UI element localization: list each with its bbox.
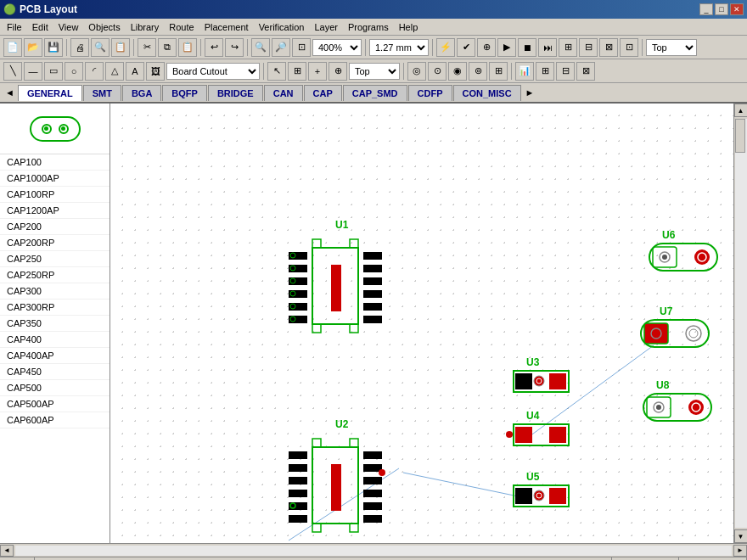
component-item-cap100[interactable]: CAP100 <box>0 154 110 171</box>
tool2-button[interactable]: ⊟ <box>579 38 598 57</box>
table-tool[interactable]: ⊞ <box>536 62 554 81</box>
tool3-button[interactable]: ⊠ <box>599 38 618 57</box>
pcb-canvas[interactable]: U1 <box>110 104 733 543</box>
poly-tool[interactable]: △ <box>105 62 124 81</box>
arc-tool[interactable]: ◜ <box>85 62 104 81</box>
component-item-cap300rp[interactable]: CAP300RP <box>0 300 110 316</box>
menu-item-file[interactable]: File <box>2 20 27 34</box>
text-tool[interactable]: A <box>126 62 144 81</box>
layer2-dropdown[interactable]: Top <box>349 63 400 80</box>
unit-dropdown[interactable]: 1.27 mm <box>369 39 429 56</box>
zoom-out-button[interactable]: 🔎 <box>272 38 290 57</box>
component-item-cap300[interactable]: CAP300 <box>0 283 110 300</box>
image-tool[interactable]: 🖼 <box>146 62 165 81</box>
scroll-right-button[interactable]: ► <box>733 545 747 557</box>
snap2-tool[interactable]: ⊙ <box>428 62 447 81</box>
tab-cdfp[interactable]: CDFP <box>408 85 452 101</box>
tool4-button[interactable]: ⊡ <box>620 38 638 57</box>
zoom-in-button[interactable]: 🔍 <box>251 38 270 57</box>
menu-item-objects[interactable]: Objects <box>83 20 125 34</box>
menu-item-layer[interactable]: Layer <box>309 20 343 34</box>
close-button[interactable]: ✕ <box>730 3 744 15</box>
component-item-cap100rp[interactable]: CAP100RP <box>0 187 110 203</box>
print-button[interactable]: 🖨 <box>70 38 89 57</box>
tab-bridge[interactable]: BRIDGE <box>208 85 263 101</box>
component-item-cap200[interactable]: CAP200 <box>0 219 110 235</box>
save-button[interactable]: 💾 <box>44 38 63 57</box>
scroll-track-horizontal[interactable] <box>15 546 732 556</box>
drc-button[interactable]: ✔ <box>457 38 475 57</box>
snap-tool[interactable]: ◎ <box>407 62 426 81</box>
component-item-cap600ap[interactable]: CAP600AP <box>0 412 110 428</box>
rect-tool[interactable]: ▭ <box>44 62 63 81</box>
component-tool[interactable]: ⊕ <box>329 62 347 81</box>
vertical-scrollbar[interactable]: ▲ ▼ <box>733 104 747 543</box>
component-item-cap400ap[interactable]: CAP400AP <box>0 348 110 364</box>
stop-button[interactable]: ⏹ <box>518 38 536 57</box>
snap4-tool[interactable]: ⊚ <box>469 62 487 81</box>
component-item-cap250rp[interactable]: CAP250RP <box>0 267 110 283</box>
select-tool[interactable]: ╲ <box>3 62 22 81</box>
run-button[interactable]: ▶ <box>497 38 516 57</box>
chart-tool[interactable]: 📊 <box>515 62 534 81</box>
scroll-up-button[interactable]: ▲ <box>734 104 748 117</box>
tab-cap[interactable]: CAP <box>304 85 342 101</box>
menu-item-edit[interactable]: Edit <box>27 20 53 34</box>
horizontal-scrollbar[interactable]: ◄ ► <box>0 543 747 557</box>
tab-cap_smd[interactable]: CAP_SMD <box>343 85 407 101</box>
component-list[interactable]: CAP100CAP1000APCAP100RPCAP1200APCAP200CA… <box>0 154 110 543</box>
zoom-fit-button[interactable]: ⊡ <box>292 38 311 57</box>
menu-item-library[interactable]: Library <box>126 20 165 34</box>
via-button[interactable]: ⊕ <box>477 38 496 57</box>
new-button[interactable]: 📄 <box>3 38 22 57</box>
route-button[interactable]: ⚡ <box>436 38 455 57</box>
component-item-cap450[interactable]: CAP450 <box>0 364 110 380</box>
circle-tool[interactable]: ○ <box>65 62 83 81</box>
menu-item-verification[interactable]: Verification <box>254 20 310 34</box>
menu-item-help[interactable]: Help <box>394 20 424 34</box>
tab-smt[interactable]: SMT <box>83 85 121 101</box>
component-item-cap1000ap[interactable]: CAP1000AP <box>0 171 110 187</box>
menu-item-placement[interactable]: Placement <box>199 20 254 34</box>
pointer-tool[interactable]: ↖ <box>267 62 286 81</box>
menu-item-programs[interactable]: Programs <box>343 20 394 34</box>
step-button[interactable]: ⏭ <box>538 38 557 57</box>
grid-tool[interactable]: ⊞ <box>489 62 508 81</box>
component-item-cap200rp[interactable]: CAP200RP <box>0 235 110 251</box>
tab-bga[interactable]: BGA <box>122 85 161 101</box>
component-item-cap500[interactable]: CAP500 <box>0 380 110 396</box>
component-item-cap500ap[interactable]: CAP500AP <box>0 396 110 412</box>
menu-item-view[interactable]: View <box>53 20 84 34</box>
menu-item-route[interactable]: Route <box>164 20 199 34</box>
copy-button[interactable]: ⧉ <box>158 38 177 57</box>
maximize-button[interactable]: □ <box>715 3 728 15</box>
scroll-down-button[interactable]: ▼ <box>734 529 748 543</box>
scroll-track-vertical[interactable] <box>735 119 747 528</box>
tool1-button[interactable]: ⊞ <box>559 38 577 57</box>
cut-button[interactable]: ✂ <box>138 38 156 57</box>
page-setup-button[interactable]: 📋 <box>111 38 130 57</box>
snap3-tool[interactable]: ◉ <box>448 62 467 81</box>
layer-dropdown[interactable]: Top <box>646 39 697 56</box>
minimize-button[interactable]: _ <box>699 3 713 15</box>
cutout-dropdown[interactable]: Board Cutout <box>166 63 260 80</box>
redo-button[interactable]: ↪ <box>225 38 244 57</box>
move-tool[interactable]: ⊞ <box>288 62 306 81</box>
open-button[interactable]: 📂 <box>24 38 42 57</box>
tab-can[interactable]: CAN <box>264 85 303 101</box>
export-tool[interactable]: ⊠ <box>576 62 595 81</box>
tab-nav-left[interactable]: ◄ <box>2 86 18 99</box>
component-item-cap400[interactable]: CAP400 <box>0 332 110 348</box>
tab-nav-right[interactable]: ► <box>522 86 538 99</box>
line-tool[interactable]: — <box>24 62 42 81</box>
scroll-thumb-vertical[interactable] <box>735 119 745 153</box>
print-preview-button[interactable]: 🔍 <box>91 38 110 57</box>
component-item-cap350[interactable]: CAP350 <box>0 316 110 332</box>
component-item-cap250[interactable]: CAP250 <box>0 251 110 267</box>
netlist-tool[interactable]: ⊟ <box>556 62 575 81</box>
paste-button[interactable]: 📋 <box>178 38 197 57</box>
tab-con_misc[interactable]: CON_MISC <box>453 85 521 101</box>
zoom-dropdown[interactable]: 400% <box>312 39 362 56</box>
scroll-left-button[interactable]: ◄ <box>0 545 14 557</box>
undo-button[interactable]: ↩ <box>205 38 223 57</box>
